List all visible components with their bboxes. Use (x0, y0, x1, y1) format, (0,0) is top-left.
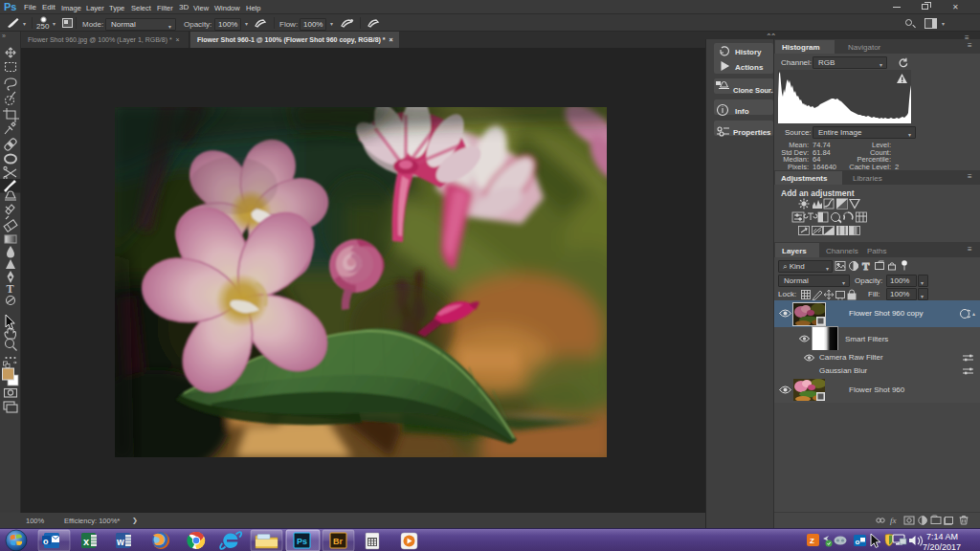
svg-text:fx: fx (890, 516, 897, 525)
svg-text:7/20/2017: 7/20/2017 (923, 542, 961, 551)
svg-text:w: w (116, 537, 124, 547)
svg-text:Br: Br (333, 537, 343, 546)
svg-text:History: History (735, 48, 762, 56)
svg-text:o: o (43, 537, 49, 546)
svg-text:Properties: Properties (733, 128, 771, 137)
svg-text:Info: Info (735, 107, 749, 116)
svg-text:Z: Z (810, 537, 814, 545)
svg-text:T: T (7, 282, 14, 296)
svg-text:Ps: Ps (297, 537, 307, 546)
svg-text:»: » (2, 33, 6, 39)
svg-text:x: x (83, 536, 90, 547)
svg-text:o: o (856, 538, 860, 546)
svg-text:Clone Sour...: Clone Sour... (733, 86, 773, 95)
svg-text:Actions: Actions (735, 63, 764, 72)
svg-text:T: T (862, 260, 870, 272)
svg-text:7:14 AM: 7:14 AM (926, 532, 958, 541)
